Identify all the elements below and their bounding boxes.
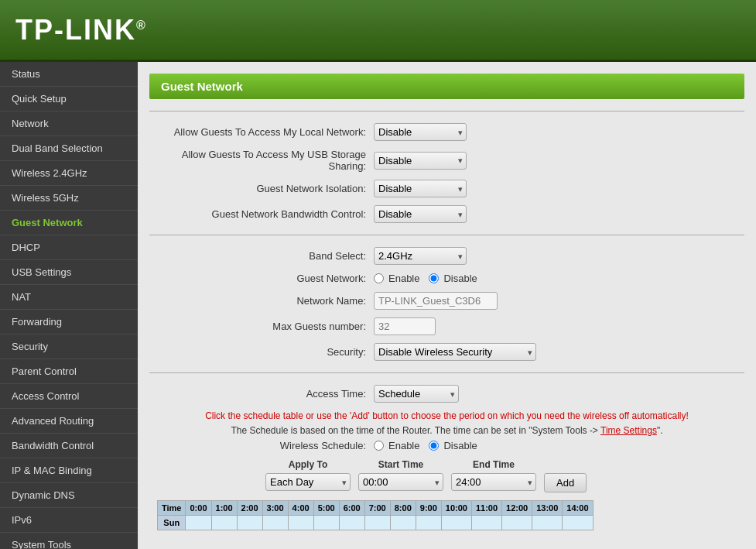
schedule-cell[interactable] [502, 516, 532, 530]
sidebar-item-dual-band[interactable]: Dual Band Selection [0, 136, 138, 161]
allow-local-select[interactable]: Disable Enable [374, 123, 467, 141]
allow-usb-row: Allow Guests To Access My USB Storage Sh… [149, 149, 744, 172]
section-header: Guest Network [149, 74, 744, 99]
sidebar-item-advanced-routing[interactable]: Advanced Routing [0, 409, 138, 434]
sidebar-item-guest-network[interactable]: Guest Network [0, 211, 138, 235]
network-name-input[interactable] [374, 292, 498, 310]
ws-enable-radio-label[interactable]: Enable [374, 440, 419, 451]
apply-to-col: Apply To Each Day Monday Tuesday Wednesd… [265, 459, 351, 491]
access-time-control: Always Schedule [374, 385, 606, 403]
sidebar-item-bandwidth-control[interactable]: Bandwidth Control [0, 434, 138, 458]
disable-radio[interactable] [429, 273, 439, 283]
time-header-000: 0:00 [186, 501, 211, 516]
allow-usb-select-wrapper: Disable Enable [374, 152, 467, 170]
sidebar-item-status[interactable]: Status [0, 62, 138, 87]
end-time-col-label: End Time [473, 459, 515, 470]
bandwidth-label: Guest Network Bandwidth Control: [157, 208, 374, 220]
access-time-select[interactable]: Always Schedule [374, 385, 459, 403]
allow-usb-select[interactable]: Disable Enable [374, 152, 467, 170]
start-time-col-label: Start Time [378, 459, 423, 470]
add-button[interactable]: Add [544, 473, 587, 492]
bandwidth-select-wrapper: Disable Enable [374, 205, 467, 223]
allow-usb-label: Allow Guests To Access My USB Storage Sh… [157, 149, 374, 172]
sidebar-item-quick-setup[interactable]: Quick Setup [0, 87, 138, 112]
schedule-cell[interactable] [390, 516, 416, 530]
sidebar-item-access-control[interactable]: Access Control [0, 384, 138, 409]
sidebar-item-nat[interactable]: NAT [0, 285, 138, 310]
sidebar-item-forwarding[interactable]: Forwarding [0, 310, 138, 335]
schedule-cell[interactable] [364, 516, 390, 530]
ws-disable-radio[interactable] [429, 441, 439, 451]
max-guests-input[interactable] [374, 317, 436, 335]
sidebar-item-dhcp[interactable]: DHCP [0, 235, 138, 260]
table-row[interactable]: Sun [158, 516, 594, 530]
sidebar-item-security[interactable]: Security [0, 335, 138, 359]
sidebar-item-ip-mac-binding[interactable]: IP & MAC Binding [0, 458, 138, 483]
schedule-cell[interactable] [416, 516, 441, 530]
bandwidth-select[interactable]: Disable Enable [374, 205, 467, 223]
isolation-select-wrapper: Disable Enable [374, 180, 467, 197]
max-guests-row: Max Guests number: [149, 317, 744, 335]
sidebar-item-wireless-5[interactable]: Wireless 5GHz [0, 186, 138, 211]
info-red: Click the schedule table or use the 'Add… [149, 410, 744, 421]
enable-radio-label[interactable]: Enable [374, 273, 419, 284]
isolation-control: Disable Enable [374, 180, 606, 197]
time-header-label: Time [158, 501, 186, 516]
ws-enable-radio[interactable] [374, 441, 384, 451]
band-select-row: Band Select: 2.4GHz 5GHz [149, 247, 744, 265]
schedule-cell[interactable] [441, 516, 471, 530]
schedule-cell[interactable] [563, 516, 593, 530]
logo: TP-LINK® [15, 14, 147, 46]
sidebar-item-parent-control[interactable]: Parent Control [0, 359, 138, 384]
schedule-cell[interactable] [237, 516, 262, 530]
max-guests-control [374, 317, 606, 335]
band-select[interactable]: 2.4GHz 5GHz [374, 247, 467, 265]
enable-radio[interactable] [374, 273, 384, 283]
time-header-700: 7:00 [364, 501, 390, 516]
sidebar-item-dynamic-dns[interactable]: Dynamic DNS [0, 483, 138, 508]
access-time-label: Access Time: [157, 388, 374, 400]
end-time-select[interactable]: 24:00 [451, 473, 536, 491]
schedule-cell[interactable] [471, 516, 501, 530]
info-black-post: ". [657, 425, 663, 436]
network-name-label: Network Name: [157, 295, 374, 307]
security-control: Disable Wireless Security WPA/WPA2 - Per… [374, 343, 606, 361]
logo-name: TP-LINK [15, 14, 136, 46]
sidebar-item-network[interactable]: Network [0, 112, 138, 136]
time-header-200: 2:00 [237, 501, 262, 516]
allow-local-control: Disable Enable [374, 123, 606, 141]
start-time-select[interactable]: 00:00 [358, 473, 443, 491]
band-select-label: Band Select: [157, 250, 374, 262]
sidebar-item-system-tools[interactable]: System Tools [0, 533, 138, 549]
schedule-cell[interactable] [262, 516, 288, 530]
security-label: Security: [157, 346, 374, 358]
schedule-cell[interactable] [313, 516, 339, 530]
network-name-control [374, 292, 606, 310]
guest-network-control: Enable Disable [374, 273, 606, 284]
sidebar-item-usb-settings[interactable]: USB Settings [0, 260, 138, 285]
band-select-control: 2.4GHz 5GHz [374, 247, 606, 265]
sidebar-item-ipv6[interactable]: IPv6 [0, 508, 138, 533]
time-header-1300: 13:00 [532, 501, 563, 516]
ws-disable-radio-label[interactable]: Disable [429, 440, 477, 451]
isolation-select[interactable]: Disable Enable [374, 180, 467, 197]
schedule-cell[interactable] [186, 516, 211, 530]
schedule-cell[interactable] [532, 516, 563, 530]
schedule-table: Time0:001:002:003:004:005:006:007:008:00… [157, 500, 594, 530]
sidebar-item-wireless-24[interactable]: Wireless 2.4GHz [0, 161, 138, 186]
apply-to-select[interactable]: Each Day Monday Tuesday Wednesday Thursd… [265, 473, 351, 491]
enable-label: Enable [388, 273, 419, 284]
divider-bottom [149, 372, 744, 373]
end-time-select-wrapper: 24:00 [451, 473, 536, 491]
schedule-cell[interactable] [211, 516, 237, 530]
schedule-cell[interactable] [339, 516, 364, 530]
start-time-select-wrapper: 00:00 [358, 473, 443, 491]
disable-radio-label[interactable]: Disable [429, 273, 477, 284]
ws-disable-label: Disable [443, 440, 477, 451]
security-select-wrapper: Disable Wireless Security WPA/WPA2 - Per… [374, 343, 536, 361]
info-black: The Schedule is based on the time of the… [149, 425, 744, 436]
bandwidth-control: Disable Enable [374, 205, 606, 223]
time-settings-link[interactable]: Time Settings [600, 425, 657, 436]
security-select[interactable]: Disable Wireless Security WPA/WPA2 - Per… [374, 343, 536, 361]
schedule-cell[interactable] [288, 516, 313, 530]
